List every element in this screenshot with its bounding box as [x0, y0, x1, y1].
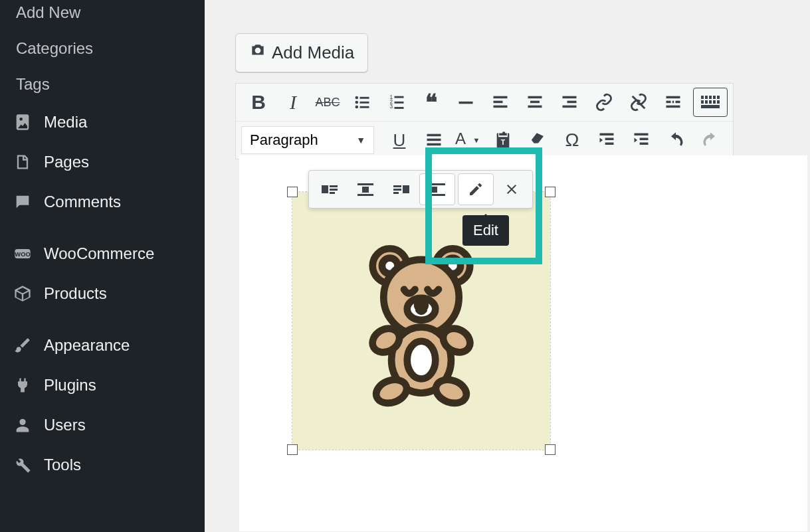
- svg-rect-15: [459, 102, 473, 104]
- svg-rect-72: [357, 194, 373, 196]
- outdent-button[interactable]: [589, 126, 624, 155]
- align-right-image-button[interactable]: [383, 173, 419, 205]
- read-more-button[interactable]: [656, 88, 690, 117]
- svg-rect-38: [709, 100, 712, 104]
- text-color-button[interactable]: A ▼: [451, 126, 486, 155]
- align-right-button[interactable]: [552, 88, 587, 117]
- sidebar-item-categories[interactable]: Categories: [0, 31, 205, 66]
- editor-toolbar: B I ABC 123 ❝ Paragraph ▼ U A ▼: [235, 83, 734, 159]
- svg-rect-73: [403, 185, 409, 193]
- svg-rect-52: [640, 143, 649, 145]
- svg-rect-66: [322, 185, 328, 193]
- svg-rect-69: [330, 192, 335, 194]
- clear-formatting-button[interactable]: [520, 126, 555, 155]
- sidebar-label: Media: [44, 113, 87, 132]
- format-select[interactable]: Paragraph ▼: [241, 126, 374, 154]
- teddy-bear-image: [342, 234, 501, 407]
- sidebar-item-pages[interactable]: Pages: [0, 142, 205, 182]
- editor-canvas[interactable]: Edit: [239, 155, 807, 531]
- sidebar-item-media[interactable]: Media: [0, 102, 205, 142]
- svg-rect-22: [563, 96, 577, 99]
- toolbar-row-2: Paragraph ▼ U A ▼ T Ω: [236, 122, 733, 159]
- tooltip-text: Edit: [473, 222, 498, 238]
- svg-rect-16: [494, 96, 508, 99]
- sidebar-item-woocommerce[interactable]: WOO WooCommerce: [0, 234, 205, 274]
- horizontal-rule-button[interactable]: [449, 88, 483, 117]
- products-icon: [13, 284, 32, 303]
- svg-point-3: [355, 96, 359, 100]
- unlink-button[interactable]: [621, 88, 656, 117]
- strikethrough-button[interactable]: ABC: [310, 88, 345, 117]
- svg-point-2: [261, 48, 263, 50]
- svg-rect-39: [713, 100, 716, 104]
- svg-rect-12: [395, 102, 404, 104]
- image-floating-toolbar: [308, 170, 533, 209]
- align-none-image-button[interactable]: [419, 173, 455, 205]
- sidebar-label: Categories: [16, 39, 93, 58]
- admin-sidebar: Add New Categories Tags Media Pages Comm…: [0, 0, 205, 532]
- bold-button[interactable]: B: [241, 88, 276, 117]
- align-center-button[interactable]: [518, 88, 552, 117]
- paste-text-button[interactable]: T: [486, 126, 520, 155]
- svg-rect-67: [330, 185, 338, 187]
- sidebar-label: Plugins: [44, 376, 96, 395]
- remove-image-button[interactable]: [494, 173, 530, 205]
- resize-handle-top-right[interactable]: [545, 187, 556, 197]
- link-button[interactable]: [587, 88, 621, 117]
- redo-button[interactable]: [693, 126, 728, 155]
- sidebar-item-appearance[interactable]: Appearance: [0, 325, 205, 365]
- sidebar-item-tags[interactable]: Tags: [0, 66, 205, 102]
- svg-rect-23: [567, 101, 577, 104]
- toolbar-toggle-button[interactable]: [693, 88, 728, 117]
- sidebar-label: Tools: [44, 456, 81, 474]
- italic-button[interactable]: I: [276, 88, 310, 117]
- underline-button[interactable]: U: [382, 126, 417, 155]
- indent-button[interactable]: [624, 126, 658, 155]
- svg-rect-50: [635, 133, 649, 136]
- resize-handle-top-left[interactable]: [287, 187, 298, 197]
- svg-rect-40: [717, 100, 720, 104]
- svg-rect-20: [530, 101, 540, 104]
- sidebar-item-users[interactable]: Users: [0, 405, 205, 445]
- dropdown-icon: ▼: [356, 135, 365, 145]
- special-character-button[interactable]: Ω: [555, 126, 589, 155]
- align-left-image-button[interactable]: [312, 173, 348, 205]
- edit-image-button[interactable]: [458, 173, 494, 205]
- resize-handle-bottom-right[interactable]: [545, 444, 556, 455]
- add-media-button[interactable]: Add Media: [235, 33, 368, 72]
- svg-rect-4: [360, 97, 369, 99]
- justify-button[interactable]: [417, 126, 451, 155]
- numbered-list-button[interactable]: 123: [379, 88, 414, 117]
- svg-rect-35: [717, 96, 720, 99]
- svg-rect-48: [605, 143, 614, 145]
- undo-button[interactable]: [658, 126, 693, 155]
- sidebar-item-comments[interactable]: Comments: [0, 182, 205, 222]
- svg-rect-36: [701, 100, 704, 104]
- bullet-list-button[interactable]: [345, 88, 379, 117]
- selected-image[interactable]: [292, 191, 551, 450]
- sidebar-item-products[interactable]: Products: [0, 274, 205, 313]
- svg-rect-43: [427, 139, 441, 141]
- sidebar-item-tools[interactable]: Tools: [0, 445, 205, 485]
- align-left-button[interactable]: [483, 88, 518, 117]
- edit-tooltip: Edit: [462, 215, 509, 246]
- svg-rect-18: [494, 106, 508, 108]
- align-center-image-button[interactable]: [348, 173, 383, 205]
- sidebar-item-add-new[interactable]: Add New: [0, 0, 205, 31]
- tools-icon: [13, 456, 32, 474]
- svg-rect-19: [528, 96, 542, 99]
- svg-rect-14: [395, 107, 404, 109]
- blockquote-button[interactable]: ❝: [414, 88, 449, 117]
- svg-rect-30: [666, 106, 680, 108]
- format-select-value: Paragraph: [250, 132, 318, 149]
- sidebar-label: Pages: [44, 153, 89, 171]
- sidebar-item-plugins[interactable]: Plugins: [0, 365, 205, 405]
- sidebar-label: Users: [44, 416, 86, 434]
- resize-handle-bottom-left[interactable]: [287, 444, 298, 455]
- sidebar-label: Add New: [16, 3, 80, 22]
- svg-rect-41: [701, 105, 720, 108]
- svg-rect-70: [357, 183, 373, 185]
- image-content: [292, 192, 550, 450]
- svg-rect-17: [494, 101, 503, 104]
- pages-icon: [13, 153, 32, 171]
